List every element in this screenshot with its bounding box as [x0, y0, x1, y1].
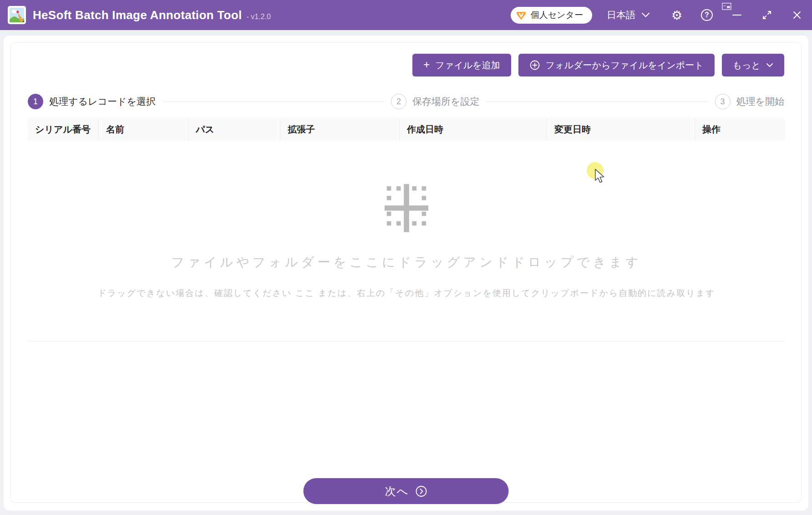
- personal-center-label: 個人センター: [531, 9, 583, 21]
- table-header-row: シリアル番号 名前 パス 拡張子 作成日時 変更日時 操作: [28, 118, 785, 141]
- gear-icon: ⚙: [671, 9, 682, 21]
- help-button[interactable]: ?: [692, 0, 722, 30]
- app-version: - v1.2.0: [246, 13, 270, 21]
- titlebar-right: 個人センター 日本語 ⚙ ?: [511, 0, 812, 30]
- step-connector: [486, 102, 708, 102]
- plus-icon: +: [423, 59, 430, 70]
- minimize-icon: [732, 15, 741, 15]
- column-header-serial: シリアル番号: [28, 118, 99, 141]
- column-header-actions: 操作: [695, 118, 785, 141]
- step-1-label: 処理するレコードを選択: [49, 95, 156, 108]
- close-icon: [792, 10, 802, 20]
- step-indicator: 1 処理するレコードを選択 2 保存場所を設定 3 処理を開始: [28, 94, 784, 109]
- circle-plus-icon: [529, 60, 540, 71]
- step-2-label: 保存場所を設定: [412, 95, 480, 108]
- add-files-label: ファイルを追加: [435, 59, 500, 71]
- content-panel: + ファイルを追加 フォルダーからファイルをインポート もっと: [10, 42, 802, 503]
- step-1-select-records: 1 処理するレコードを選択: [28, 94, 156, 109]
- titlebar: HeSoft Batch Image Annotation Tool - v1.…: [0, 0, 812, 30]
- settings-button[interactable]: ⚙: [662, 0, 692, 30]
- personal-center-button[interactable]: 個人センター: [511, 7, 592, 24]
- vip-badge-icon: [516, 10, 527, 20]
- step-connector: [162, 102, 385, 102]
- app-logo-icon: [7, 5, 26, 25]
- resize-diagonal-icon: [762, 10, 772, 20]
- chevron-down-icon: [766, 63, 773, 67]
- step-3-number: 3: [715, 94, 731, 109]
- next-button[interactable]: 次へ: [304, 478, 509, 504]
- maximize-button[interactable]: [752, 0, 782, 30]
- toolbar: + ファイルを追加 フォルダーからファイルをインポート もっと: [412, 54, 784, 76]
- more-label: もっと: [733, 59, 761, 71]
- step-3-start-processing: 3 処理を開始: [715, 94, 785, 109]
- column-header-created: 作成日時: [400, 118, 547, 141]
- column-header-modified: 変更日時: [547, 118, 695, 141]
- drop-zone[interactable]: ファイルやフォルダーをここにドラッグアンドドロップできます ドラッグできない場合…: [28, 141, 785, 342]
- chevron-down-icon: [641, 12, 650, 18]
- step-3-label: 処理を開始: [736, 95, 785, 108]
- column-header-name: 名前: [99, 118, 188, 141]
- close-button[interactable]: [782, 0, 812, 30]
- column-header-path: パス: [188, 118, 280, 141]
- add-files-button[interactable]: + ファイルを追加: [412, 54, 511, 76]
- mini-window-icon: [722, 3, 731, 10]
- language-selector[interactable]: 日本語: [607, 9, 650, 21]
- help-icon: ?: [701, 9, 713, 21]
- app-title: HeSoft Batch Image Annotation Tool: [33, 8, 242, 22]
- main-card: + ファイルを追加 フォルダーからファイルをインポート もっと: [4, 36, 808, 510]
- step-2-number: 2: [391, 94, 406, 109]
- next-label: 次へ: [385, 484, 409, 499]
- import-folder-label: フォルダーからファイルをインポート: [546, 59, 704, 71]
- column-header-extension: 拡張子: [280, 118, 400, 141]
- drop-zone-main-text: ファイルやフォルダーをここにドラッグアンドドロップできます: [28, 254, 785, 271]
- drop-zone-plus-icon: [385, 184, 428, 232]
- step-2-set-save-location: 2 保存場所を設定: [391, 94, 480, 109]
- arrow-right-circle-icon: [415, 485, 427, 497]
- mini-window-overlay-button[interactable]: [722, 3, 731, 12]
- language-label: 日本語: [607, 9, 635, 21]
- import-folder-button[interactable]: フォルダーからファイルをインポート: [518, 54, 715, 76]
- file-table: シリアル番号 名前 パス 拡張子 作成日時 変更日時 操作: [28, 118, 785, 342]
- step-1-number: 1: [28, 94, 43, 109]
- more-button[interactable]: もっと: [722, 54, 784, 76]
- drop-zone-hint-text: ドラッグできない場合は、確認してください ここ または、右上の「その他」オプショ…: [28, 287, 785, 299]
